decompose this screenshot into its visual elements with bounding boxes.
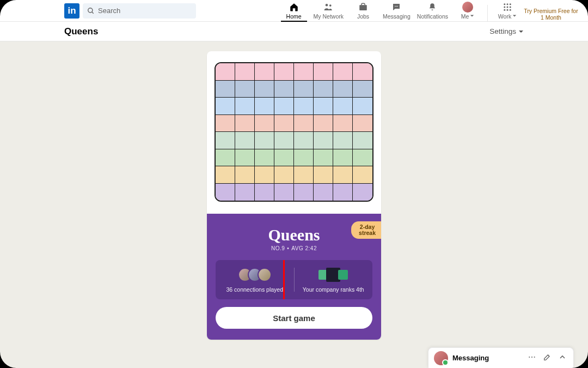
svg-point-18 — [531, 356, 532, 357]
board-cell[interactable] — [333, 63, 353, 81]
board-cell[interactable] — [216, 132, 235, 149]
board-cell[interactable] — [353, 166, 372, 184]
board-cell[interactable] — [294, 166, 314, 184]
board-cell[interactable] — [314, 132, 333, 149]
board-cell[interactable] — [255, 166, 274, 184]
board-cell[interactable] — [274, 166, 294, 184]
board-cell[interactable] — [294, 63, 314, 81]
svg-point-2 — [326, 4, 328, 7]
board-cell[interactable] — [294, 81, 314, 98]
board-cell[interactable] — [333, 81, 353, 98]
board-cell[interactable] — [235, 98, 255, 115]
board-cell[interactable] — [333, 184, 353, 201]
nav-premium[interactable]: Try Premium Free for 1 Month — [524, 8, 578, 21]
linkedin-logo[interactable]: in — [64, 3, 79, 19]
board-cell[interactable] — [294, 184, 314, 201]
svg-point-5 — [395, 6, 396, 7]
board-cell[interactable] — [255, 115, 274, 132]
board-cell[interactable] — [216, 184, 235, 201]
messaging-icon — [391, 2, 402, 12]
board-cell[interactable] — [333, 115, 353, 132]
board-cell[interactable] — [353, 149, 372, 167]
stat-connections[interactable]: 36 connections played — [216, 260, 294, 299]
network-icon — [323, 2, 334, 12]
stat-company-rank[interactable]: Your company ranks 4th — [295, 260, 373, 299]
board-cell[interactable] — [314, 149, 333, 167]
nav-me[interactable]: Me — [451, 2, 484, 21]
chevron-up-icon[interactable] — [557, 352, 568, 365]
board-cell[interactable] — [216, 149, 235, 167]
board-cell[interactable] — [235, 149, 255, 167]
nav-messaging[interactable]: Messaging — [379, 2, 414, 21]
more-icon[interactable] — [526, 352, 537, 365]
settings-button[interactable]: Settings — [489, 27, 524, 35]
messaging-bar[interactable]: Messaging — [428, 347, 574, 368]
avatar-icon — [258, 268, 272, 282]
board-cell[interactable] — [235, 63, 255, 81]
board-cell[interactable] — [274, 98, 294, 115]
nav-notifications[interactable]: Notifications — [414, 2, 451, 21]
board-cell[interactable] — [314, 81, 333, 98]
board-cell[interactable] — [216, 115, 235, 132]
board-cell[interactable] — [333, 149, 353, 167]
board-cell[interactable] — [274, 115, 294, 132]
board-cell[interactable] — [314, 98, 333, 115]
board-cell[interactable] — [274, 132, 294, 149]
board-cell[interactable] — [274, 184, 294, 201]
subheader: Queens Settings — [0, 22, 588, 41]
board-cell[interactable] — [255, 132, 274, 149]
board-cell[interactable] — [216, 98, 235, 115]
board-cell[interactable] — [353, 132, 372, 149]
board-cell[interactable] — [235, 132, 255, 149]
board-cell[interactable] — [294, 149, 314, 167]
board-cell[interactable] — [235, 115, 255, 132]
board-cell[interactable] — [314, 184, 333, 201]
board-cell[interactable] — [235, 81, 255, 98]
board-cell[interactable] — [314, 115, 333, 132]
nav-items: Home My Network Jobs Messaging Notificat… — [278, 0, 578, 21]
board-cell[interactable] — [216, 63, 235, 81]
bell-icon — [427, 2, 438, 12]
board-cell[interactable] — [216, 81, 235, 98]
board-cell[interactable] — [274, 63, 294, 81]
board-cell[interactable] — [353, 184, 372, 201]
board-cell[interactable] — [294, 98, 314, 115]
board-cell[interactable] — [216, 166, 235, 184]
svg-point-13 — [510, 7, 511, 8]
board-cell[interactable] — [235, 184, 255, 201]
board-cell[interactable] — [255, 63, 274, 81]
board-cell[interactable] — [353, 98, 372, 115]
jobs-icon — [358, 2, 369, 12]
board-cell[interactable] — [333, 166, 353, 184]
board-cell[interactable] — [353, 81, 372, 98]
board-cell[interactable] — [255, 184, 274, 201]
board-cell[interactable] — [333, 98, 353, 115]
board-cell[interactable] — [314, 166, 333, 184]
board-cell[interactable] — [353, 63, 372, 81]
game-info-panel: 2-day streak Queens NO.9•AVG 2:42 36 con… — [207, 214, 381, 340]
svg-point-12 — [507, 7, 509, 8]
nav-work[interactable]: Work — [491, 2, 524, 21]
grid-icon — [503, 2, 512, 12]
board-cell[interactable] — [255, 98, 274, 115]
search-input[interactable]: Search — [83, 3, 196, 19]
board-cell[interactable] — [274, 149, 294, 167]
board-cell[interactable] — [314, 63, 333, 81]
game-title: Queens — [216, 226, 372, 244]
board-cell[interactable] — [235, 166, 255, 184]
nav-jobs[interactable]: Jobs — [347, 2, 379, 21]
board-cell[interactable] — [294, 132, 314, 149]
board-cell[interactable] — [255, 81, 274, 98]
compose-icon[interactable] — [542, 352, 553, 365]
start-game-button[interactable]: Start game — [216, 307, 372, 329]
nav-home[interactable]: Home — [278, 2, 310, 21]
board-cell[interactable] — [333, 132, 353, 149]
board-cell[interactable] — [274, 81, 294, 98]
nav-separator — [487, 5, 488, 21]
nav-network[interactable]: My Network — [310, 2, 347, 21]
svg-point-19 — [534, 356, 535, 357]
board-cell[interactable] — [294, 115, 314, 132]
svg-point-6 — [396, 6, 397, 7]
board-cell[interactable] — [353, 115, 372, 132]
board-cell[interactable] — [255, 149, 274, 167]
